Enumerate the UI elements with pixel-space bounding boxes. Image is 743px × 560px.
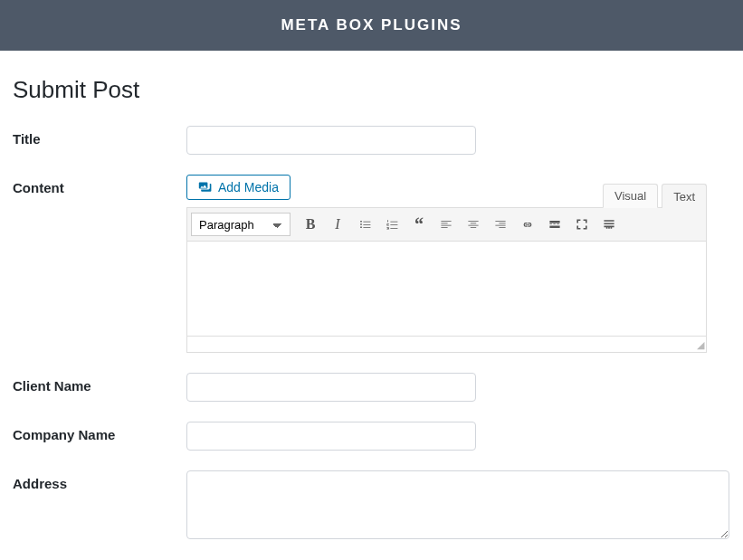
title-input[interactable] [186,126,476,155]
bold-button[interactable]: B [298,212,323,237]
content-control: Add Media Visual Text Paragraph B I [186,175,730,353]
numbered-list-button[interactable] [379,212,405,237]
blockquote-button[interactable]: “ [406,212,432,237]
site-header: META BOX PLUGINS [0,0,743,51]
align-left-button[interactable] [433,212,459,237]
company-name-row: Company Name [13,422,730,451]
bullet-list-button[interactable] [352,212,377,237]
blockquote-icon: “ [414,219,424,230]
resize-handle-icon[interactable]: ◢ [697,340,704,350]
media-icon [198,180,213,195]
read-more-button[interactable] [542,212,567,237]
title-row: Title [13,126,730,155]
content-row: Content Add Media Visual Text [13,175,730,353]
company-name-input[interactable] [186,422,476,451]
tab-visual[interactable]: Visual [603,184,658,208]
numbered-list-icon [385,217,399,232]
page-title: Submit Post [13,76,730,104]
tab-text[interactable]: Text [662,184,707,208]
format-select[interactable]: Paragraph [191,213,291,236]
content-label: Content [13,175,186,353]
company-name-label: Company Name [13,422,186,451]
align-right-icon [493,217,508,232]
align-right-button[interactable] [488,212,513,237]
fullscreen-icon [575,217,589,232]
align-left-icon [439,217,453,232]
align-center-icon [466,217,481,232]
client-name-label: Client Name [13,373,186,402]
link-icon [520,217,535,232]
title-control [186,126,730,155]
bold-icon: B [306,216,316,233]
company-name-control [186,422,730,451]
read-more-icon [548,217,562,232]
page-container: Submit Post Title Content Add Media Visu [0,51,743,560]
address-label: Address [13,470,186,543]
site-title: META BOX PLUGINS [281,16,462,33]
address-input[interactable] [186,470,729,539]
client-name-control [186,373,730,402]
add-media-label: Add Media [218,180,279,195]
italic-button[interactable]: I [325,212,350,237]
bullet-list-icon [357,217,372,232]
link-button[interactable] [515,212,540,237]
toolbar-toggle-icon [602,217,616,232]
fullscreen-button[interactable] [569,212,595,237]
address-control [186,470,730,543]
editor-body[interactable] [186,242,707,337]
client-name-row: Client Name [13,373,730,402]
align-center-button[interactable] [461,212,486,237]
add-media-button[interactable]: Add Media [186,175,291,200]
editor-statusbar: ◢ [186,337,707,353]
italic-icon: I [335,216,339,233]
editor-wrap: Paragraph B I “ [186,207,707,353]
toolbar-toggle-button[interactable] [596,212,622,237]
client-name-input[interactable] [186,373,476,402]
address-row: Address [13,470,730,543]
editor-toolbar: Paragraph B I “ [186,207,707,242]
title-label: Title [13,126,186,155]
editor-tabs: Visual Text [603,184,707,208]
